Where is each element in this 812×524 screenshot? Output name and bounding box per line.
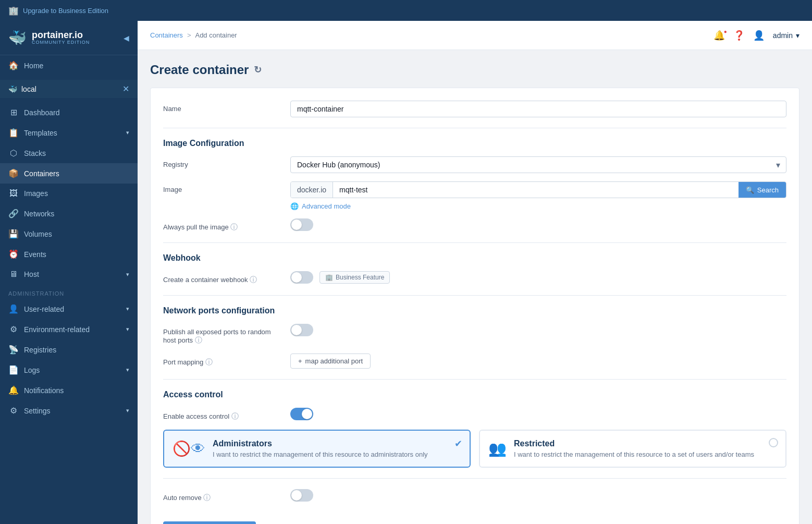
upgrade-icon: 🏢 [8,6,19,16]
sidebar-item-environment-related-label: Environment-related [24,325,90,334]
administrators-icon: 🚫👁 [173,439,205,457]
notifications-bell-icon[interactable]: 🔔● [713,30,725,41]
sidebar-item-volumes-label: Volumes [24,230,52,238]
enable-access-label: Enable access control ⓘ [163,408,278,421]
always-pull-label: Always pull the image ⓘ [163,218,278,232]
registry-select-wrapper: Docker Hub (anonymous) ▾ [290,156,786,173]
form-card: Name Image Configuration Registry Docker… [150,88,799,524]
breadcrumb-separator: > [187,31,191,39]
sidebar-item-events-label: Events [24,250,46,259]
advanced-mode-link[interactable]: 🌐 Advanced mode [290,202,786,210]
sidebar-item-notifications[interactable]: 🔔 Notifications [0,380,138,400]
publish-ports-help-icon[interactable]: ⓘ [195,336,202,344]
always-pull-toggle-area [290,218,786,231]
portainer-logo-icon: 🐳 [8,29,27,46]
page-content: Create container ↻ Name Image Configurat… [138,50,812,524]
breadcrumb-root[interactable]: Containers [150,31,183,39]
networks-icon: 🔗 [8,209,19,218]
restricted-card-title: Restricted [514,439,754,448]
webhook-label: Create a container webhook ⓘ [163,271,278,285]
image-input[interactable] [333,182,739,198]
sidebar-item-containers[interactable]: 📦 Containers [0,163,138,184]
sidebar-item-templates[interactable]: 📋 Templates ▾ [0,123,138,143]
sidebar-item-logs[interactable]: 📄 Logs ▾ [0,360,138,380]
port-mapping-help-icon[interactable]: ⓘ [205,358,213,366]
search-btn-icon: 🔍 [746,186,754,194]
environment-related-icon: ⚙ [8,324,19,334]
content-area: Containers > Add container 🔔● ❓ 👤 admin … [138,21,812,524]
registry-row: Registry Docker Hub (anonymous) ▾ [163,156,786,173]
name-input[interactable] [290,101,786,117]
host-chevron: ▾ [126,271,129,278]
always-pull-row: Always pull the image ⓘ [163,218,786,232]
image-row: Image docker.io 🔍 Search 🌐 Ad [163,181,786,210]
image-search-button[interactable]: 🔍 Search [739,182,786,198]
access-control-title: Access control [163,390,786,399]
always-pull-toggle[interactable] [290,218,313,231]
sidebar-item-environment-related[interactable]: ⚙ Environment-related ▾ [0,319,138,339]
deploy-container-button[interactable]: Deploy the container [163,521,256,524]
name-label: Name [163,101,278,113]
sidebar-item-home[interactable]: 🏠 Home [0,55,138,76]
sidebar-item-stacks[interactable]: ⬡ Stacks [0,143,138,163]
topbar-actions: 🔔● ❓ 👤 admin ▾ [713,30,799,41]
containers-icon: 📦 [8,168,19,178]
sidebar-item-registries[interactable]: 📡 Registries [0,339,138,360]
publish-ports-toggle[interactable] [290,324,313,336]
image-label: Image [163,181,278,193]
refresh-icon[interactable]: ↻ [254,64,262,76]
templates-chevron: ▾ [126,129,129,136]
env-close-btn[interactable]: ✕ [122,84,129,94]
sidebar-collapse-icon[interactable]: ◀ [124,34,129,42]
enable-access-row: Enable access control ⓘ [163,408,786,421]
webhook-toggle-row: 🏢 Business Feature [290,271,786,284]
port-mapping-label: Port mapping ⓘ [163,354,278,367]
webhook-help-icon[interactable]: ⓘ [250,275,257,284]
auto-remove-toggle-area [290,489,786,502]
enable-access-toggle[interactable] [290,408,313,420]
sidebar-item-images[interactable]: 🖼 Images [0,184,138,203]
sidebar-item-volumes[interactable]: 💾 Volumes [0,224,138,244]
images-icon: 🖼 [8,189,19,198]
sidebar-item-dashboard-label: Dashboard [24,108,60,117]
settings-chevron: ▾ [126,407,129,414]
enable-access-help-icon[interactable]: ⓘ [231,412,239,420]
registry-select-area: Docker Hub (anonymous) ▾ [290,156,786,173]
webhook-toggle[interactable] [290,271,313,284]
stacks-icon: ⬡ [8,148,19,158]
logs-chevron: ▾ [126,367,129,373]
sidebar: 🐳 portainer.io COMMUNITY EDITION ◀ 🏠 Hom… [0,21,138,524]
building-icon: 🏢 [325,274,333,281]
user-area: admin ▾ [773,31,799,40]
restricted-radio[interactable] [769,438,778,447]
administrators-card-title: Administrators [213,439,428,448]
volumes-icon: 💾 [8,229,19,239]
auto-remove-toggle[interactable] [290,489,313,502]
sidebar-item-events[interactable]: ⏰ Events [0,244,138,264]
sidebar-item-home-label: Home [24,62,43,70]
home-icon: 🏠 [8,60,19,70]
auto-remove-help-icon[interactable]: ⓘ [203,493,211,502]
upgrade-label: Upgrade to Business Edition [23,7,108,15]
map-additional-port-button[interactable]: + map additional port [290,354,371,369]
sidebar-item-host[interactable]: 🖥 Host ▾ [0,264,138,284]
administrators-selected-icon: ✔ [454,438,462,449]
always-pull-help-icon[interactable]: ⓘ [230,223,238,231]
sidebar-item-networks[interactable]: 🔗 Networks [0,203,138,224]
user-related-icon: 👤 [8,304,19,314]
image-config-title: Image Configuration [163,139,786,148]
help-icon[interactable]: ❓ [733,30,745,41]
sidebar-logo: 🐳 portainer.io COMMUNITY EDITION ◀ [0,21,138,55]
sidebar-item-dashboard[interactable]: ⊞ Dashboard [0,102,138,123]
access-card-administrators-text: Administrators I want to restrict the ma… [213,439,428,458]
upgrade-bar[interactable]: 🏢 Upgrade to Business Edition [0,0,812,21]
registry-select[interactable]: Docker Hub (anonymous) [290,156,786,173]
events-icon: ⏰ [8,249,19,259]
webhook-title: Webhook [163,253,786,263]
access-card-restricted[interactable]: 👥 Restricted I want to restrict the mana… [479,430,786,468]
sidebar-item-user-related[interactable]: 👤 User-related ▾ [0,299,138,319]
user-icon[interactable]: 👤 [753,30,765,41]
user-related-chevron: ▾ [126,306,129,312]
sidebar-item-settings[interactable]: ⚙ Settings ▾ [0,400,138,421]
access-card-administrators[interactable]: 🚫👁 Administrators I want to restrict the… [163,430,471,468]
